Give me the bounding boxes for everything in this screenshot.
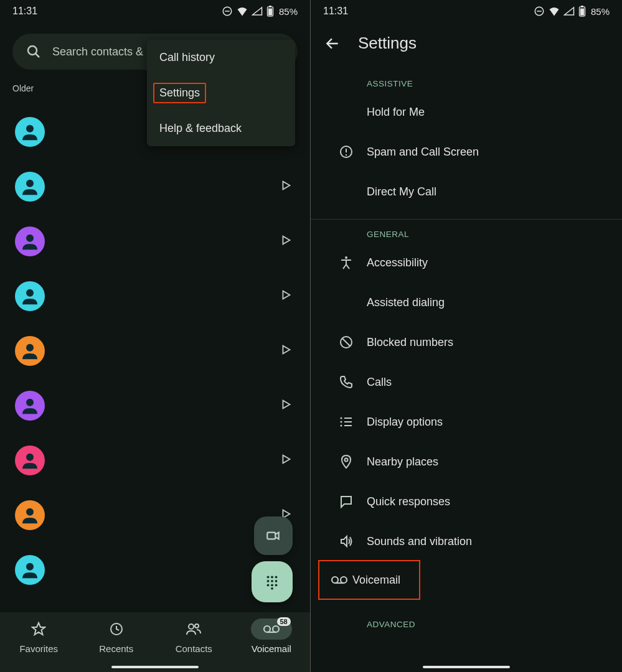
svg-point-11 [26, 344, 34, 352]
settings-nearby-places[interactable]: Nearby places [311, 442, 622, 482]
dialpad-fab[interactable] [252, 561, 293, 602]
nav-contacts[interactable]: Contacts [155, 618, 233, 672]
nav-label: Contacts [176, 643, 212, 654]
play-icon[interactable] [279, 343, 293, 359]
nav-label: Voicemail [252, 643, 291, 654]
voicemail-item[interactable] [0, 324, 310, 378]
svg-point-48 [341, 425, 342, 427]
gesture-handle[interactable] [111, 666, 199, 668]
play-icon[interactable] [279, 179, 293, 195]
clock-icon [109, 622, 124, 637]
row-label: Hold for Me [367, 106, 425, 119]
person-icon [20, 505, 40, 525]
svg-rect-36 [581, 6, 583, 7]
battery-percent: 85% [591, 6, 610, 17]
general-section-label: GENERAL [311, 220, 622, 243]
bottom-nav: Favorites Recents Contacts 58 Voicemail [0, 612, 310, 672]
settings-display-options[interactable]: Display options [311, 402, 622, 442]
back-arrow-icon[interactable] [324, 35, 341, 52]
svg-point-21 [271, 580, 273, 582]
nav-voicemail[interactable]: 58 Voicemail [233, 618, 311, 672]
status-time: 11:31 [12, 6, 37, 17]
svg-point-25 [275, 584, 278, 586]
person-icon [20, 341, 40, 361]
voicemail-item[interactable] [0, 214, 310, 269]
voicemail-item[interactable] [0, 269, 310, 324]
accessibility-icon [339, 255, 354, 270]
svg-point-18 [271, 576, 273, 578]
svg-point-12 [26, 399, 34, 406]
svg-point-9 [26, 235, 34, 242]
row-label: Blocked numbers [367, 336, 453, 349]
dialpad-icon [264, 574, 280, 590]
contact-avatar[interactable] [15, 555, 45, 585]
contact-avatar[interactable] [15, 281, 45, 311]
svg-point-29 [195, 624, 199, 628]
settings-voicemail[interactable]: Voicemail [318, 560, 420, 600]
assistive-section-label: ASSISTIVE [311, 69, 622, 92]
svg-point-44 [341, 418, 342, 419]
gesture-handle[interactable] [423, 666, 510, 668]
settings-highlight: Settings [153, 83, 206, 103]
nav-recents[interactable]: Recents [78, 618, 156, 672]
settings-direct-my-call[interactable]: Direct My Call [311, 172, 622, 212]
row-label: Sounds and vibration [367, 535, 472, 548]
settings-assisted-dialing[interactable]: Assisted dialing [311, 282, 622, 322]
svg-point-40 [346, 154, 347, 156]
settings-calls[interactable]: Calls [311, 362, 622, 402]
voicemail-icon [331, 576, 348, 584]
play-icon[interactable] [279, 398, 293, 414]
svg-point-52 [341, 577, 347, 583]
svg-point-15 [26, 563, 34, 571]
status-time: 11:31 [323, 6, 348, 17]
svg-point-30 [264, 626, 270, 632]
svg-point-19 [275, 576, 278, 578]
svg-point-17 [267, 576, 270, 578]
video-icon [265, 528, 281, 544]
svg-point-14 [26, 508, 34, 516]
video-call-fab[interactable] [254, 516, 293, 555]
nav-favorites[interactable]: Favorites [0, 618, 78, 672]
row-label: Voicemail [352, 574, 400, 587]
settings-quick-responses[interactable]: Quick responses [311, 482, 622, 521]
battery-icon [578, 6, 586, 17]
dnd-icon [534, 6, 545, 17]
person-icon [20, 450, 40, 470]
contact-avatar[interactable] [15, 172, 45, 202]
play-icon[interactable] [279, 233, 293, 250]
menu-call-history[interactable]: Call history [147, 40, 295, 75]
voicemail-item[interactable] [0, 433, 310, 488]
person-icon [20, 231, 40, 251]
contact-avatar[interactable] [15, 391, 45, 421]
svg-line-43 [342, 338, 351, 347]
page-title: Settings [358, 34, 417, 53]
voicemail-item[interactable] [0, 159, 310, 214]
status-bar: 11:31 85% [311, 0, 622, 22]
settings-blocked-numbers[interactable]: Blocked numbers [311, 322, 622, 362]
contact-avatar[interactable] [15, 336, 45, 366]
search-placeholder: Search contacts & pla [52, 45, 161, 58]
svg-rect-37 [580, 9, 584, 16]
settings-hold-for-me[interactable]: Hold for Me [311, 92, 622, 132]
svg-rect-16 [267, 533, 275, 539]
menu-settings[interactable]: Settings [147, 75, 295, 111]
settings-sounds-vibration[interactable]: Sounds and vibration [311, 521, 622, 561]
nav-label: Favorites [19, 643, 58, 654]
voicemail-item[interactable] [0, 378, 310, 433]
contact-avatar[interactable] [15, 226, 45, 256]
star-icon [31, 622, 46, 637]
play-icon[interactable] [279, 452, 293, 469]
phone-icon [339, 375, 354, 390]
settings-accessibility[interactable]: Accessibility [311, 243, 622, 282]
contact-avatar[interactable] [15, 117, 45, 147]
play-icon[interactable] [279, 288, 293, 304]
contact-avatar[interactable] [15, 500, 45, 530]
location-icon [339, 454, 354, 469]
menu-help[interactable]: Help & feedback [147, 111, 295, 146]
people-icon [186, 622, 202, 637]
speaker-icon [339, 534, 354, 549]
person-icon [20, 286, 40, 306]
row-label: Spam and Call Screen [367, 146, 479, 159]
contact-avatar[interactable] [15, 446, 45, 475]
settings-spam-call-screen[interactable]: Spam and Call Screen [311, 132, 622, 172]
